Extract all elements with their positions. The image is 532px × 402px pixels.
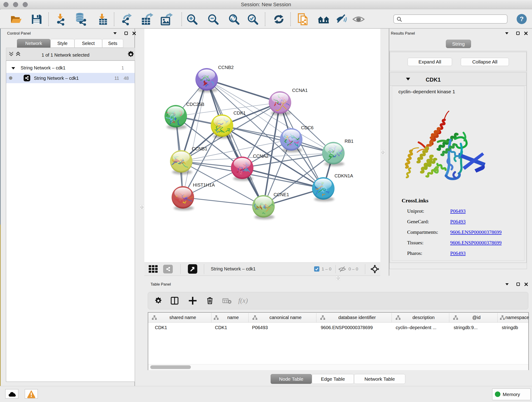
svg-text:CCNB1: CCNB1 (192, 146, 207, 151)
svg-text:HIST1H1A: HIST1H1A (193, 182, 215, 187)
svg-text:CDKN1A: CDKN1A (335, 173, 353, 178)
svg-text:CCNE1: CCNE1 (273, 192, 289, 197)
svg-text:CDK1: CDK1 (234, 110, 246, 115)
svg-text:CCNB2: CCNB2 (218, 65, 234, 70)
svg-text:CCNA1: CCNA1 (292, 88, 308, 93)
svg-text:RB1: RB1 (345, 139, 354, 144)
svg-text:CCNA2: CCNA2 (253, 153, 268, 159)
svg-text:CDC25B: CDC25B (186, 102, 204, 107)
svg-text:CDC6: CDC6 (301, 125, 313, 130)
svg-text:?: ? (520, 15, 524, 22)
